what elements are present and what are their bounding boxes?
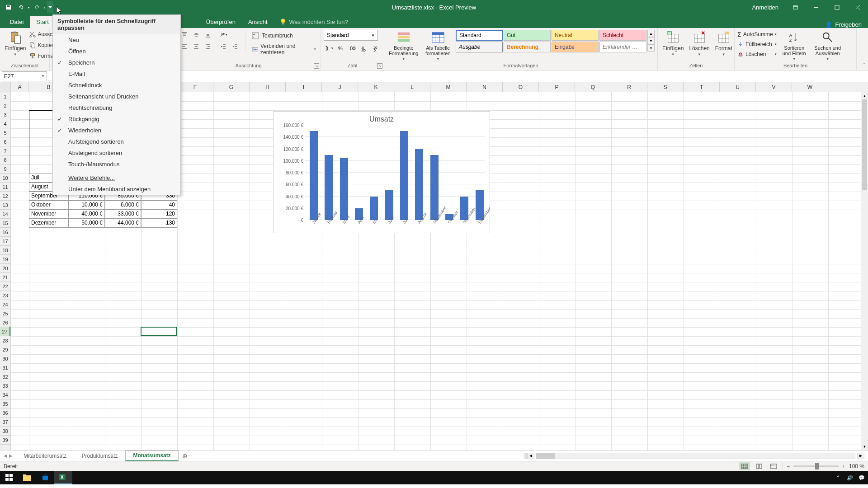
customize-qat-button[interactable] — [47, 1, 53, 13]
table-cell[interactable]: Oktober — [29, 201, 69, 210]
table-cell[interactable]: 120 — [141, 210, 177, 219]
row-header-21[interactable]: 21 — [0, 273, 10, 282]
sheet-tab[interactable]: Monatsumsatz — [125, 450, 178, 461]
column-header-T[interactable]: T — [684, 82, 720, 92]
table-cell[interactable]: 44.000 € — [105, 219, 141, 228]
table-cell[interactable]: Dezember — [29, 219, 69, 228]
table-cell[interactable]: 6.000 € — [105, 201, 141, 210]
row-header-5[interactable]: 5 — [0, 128, 10, 137]
row-header-9[interactable]: 9 — [0, 164, 10, 174]
align-bottom-icon[interactable] — [203, 30, 213, 40]
style-gut[interactable]: Gut — [504, 30, 551, 41]
row-header-17[interactable]: 17 — [0, 237, 10, 246]
alignment-dialog-launcher-icon[interactable]: ↘ — [314, 63, 319, 69]
row-header-1[interactable]: 1 — [0, 92, 10, 101]
tray-chevron-icon[interactable]: ˄ — [834, 473, 843, 482]
scroll-down-icon[interactable]: ▼ — [861, 443, 868, 450]
save-icon[interactable] — [3, 1, 14, 13]
wrap-text-button[interactable]: abcTextumbruch — [250, 30, 318, 42]
align-right-icon[interactable] — [203, 42, 213, 52]
row-header-36[interactable]: 36 — [0, 408, 10, 418]
column-header-S[interactable]: S — [647, 82, 684, 92]
column-header-Q[interactable]: Q — [575, 82, 611, 92]
column-header-P[interactable]: P — [539, 82, 575, 92]
hscroll-left-icon[interactable]: ◀ — [527, 453, 534, 459]
accounting-format-icon[interactable]: ₿▾ — [324, 43, 335, 53]
style-eingabe[interactable]: Eingabe — [552, 42, 599, 52]
column-header-F[interactable]: F — [177, 82, 213, 92]
qat-menu-item[interactable]: Speichern — [53, 57, 180, 68]
autosum-button[interactable]: ΣAutoSumme▾ — [737, 30, 777, 39]
ribbon-display-options-icon[interactable] — [785, 0, 806, 14]
tray-volume-icon[interactable]: 🔊 — [845, 473, 854, 482]
redo-dropdown-icon[interactable]: ▼ — [43, 6, 46, 9]
column-header-N[interactable]: N — [467, 82, 503, 92]
column-header-U[interactable]: U — [720, 82, 756, 92]
sheet-tab-nav[interactable]: ◀▶ — [0, 453, 16, 458]
row-header-2[interactable]: 2 — [0, 101, 10, 110]
row-header-13[interactable]: 13 — [0, 201, 10, 210]
undo-dropdown-icon[interactable]: ▼ — [27, 6, 30, 9]
zoom-out-icon[interactable]: − — [787, 463, 790, 469]
sort-filter-button[interactable]: AZSortieren und Filtern▼ — [778, 30, 810, 62]
table-cell[interactable]: 50.000 € — [69, 219, 105, 228]
active-cell[interactable] — [141, 327, 177, 336]
row-header-20[interactable]: 20 — [0, 264, 10, 273]
row-header-18[interactable]: 18 — [0, 246, 10, 255]
delete-cells-button[interactable]: Löschen▼ — [687, 30, 711, 57]
row-header-35[interactable]: 35 — [0, 399, 10, 408]
tab-datei[interactable]: Datei — [4, 16, 30, 28]
row-header-37[interactable]: 37 — [0, 418, 10, 427]
qat-menu-item[interactable]: Öffnen — [53, 46, 180, 57]
row-header-7[interactable]: 7 — [0, 146, 10, 155]
column-header-A[interactable]: A — [11, 82, 29, 92]
row-header-31[interactable]: 31 — [0, 363, 10, 372]
table-cell[interactable]: 40 — [141, 201, 177, 210]
column-header-W[interactable]: W — [792, 82, 828, 92]
row-header-6[interactable]: 6 — [0, 137, 10, 146]
format-as-table-button[interactable]: Als Tabelle formatieren▼ — [422, 30, 454, 62]
qat-menu-item[interactable]: Weitere Befehle... — [53, 172, 180, 183]
tray-notifications-icon[interactable]: 💬 — [857, 473, 866, 482]
merge-center-button[interactable]: Verbinden und zentrieren▾ — [250, 43, 318, 55]
find-select-button[interactable]: Suchen und Auswählen▼ — [812, 30, 844, 62]
vertical-scrollbar[interactable]: ▲ ▼ — [861, 92, 868, 450]
row-header-28[interactable]: 28 — [0, 336, 10, 345]
column-header-L[interactable]: L — [394, 82, 430, 92]
row-header-16[interactable]: 16 — [0, 228, 10, 237]
tell-me-search[interactable]: 💡 Was möchten Sie tun? — [274, 15, 354, 28]
table-cell[interactable]: 130 — [141, 219, 177, 228]
qat-menu-item[interactable]: Absteigend sortieren — [53, 147, 180, 159]
zoom-slider-thumb[interactable] — [815, 463, 819, 469]
row-header-24[interactable]: 24 — [0, 300, 10, 309]
styles-scroll-up-icon[interactable]: ▲ — [647, 30, 655, 37]
column-header-G[interactable]: G — [213, 82, 250, 92]
row-header-11[interactable]: 11 — [0, 183, 10, 192]
table-cell[interactable]: 10.000 € — [69, 201, 105, 210]
horizontal-scrollbar[interactable] — [536, 453, 855, 459]
signin-link[interactable]: Anmelden — [745, 0, 785, 14]
row-header-34[interactable]: 34 — [0, 390, 10, 399]
row-header-4[interactable]: 4 — [0, 119, 10, 128]
select-all-corner[interactable] — [0, 82, 11, 92]
row-headers[interactable]: 1234567891011121314151617181920212223242… — [0, 92, 11, 450]
share-button[interactable]: 👤 Freigeben — [819, 21, 868, 28]
tab-ansicht[interactable]: Ansicht — [242, 16, 274, 28]
orientation-icon[interactable]: ab▾ — [218, 30, 229, 40]
zoom-slider[interactable] — [793, 465, 839, 467]
row-header-29[interactable]: 29 — [0, 345, 10, 354]
column-header-J[interactable]: J — [322, 82, 358, 92]
align-middle-icon[interactable] — [191, 30, 202, 40]
column-header-V[interactable]: V — [756, 82, 792, 92]
insert-cells-button[interactable]: Einfügen▼ — [660, 30, 685, 57]
row-header-8[interactable]: 8 — [0, 155, 10, 164]
clear-button[interactable]: Löschen▾ — [737, 50, 777, 59]
style-neutral[interactable]: Neutral — [552, 30, 599, 41]
comma-format-icon[interactable]: 000 — [347, 43, 358, 53]
paste-button[interactable]: Einfügen ▼ — [3, 30, 28, 57]
align-center-icon[interactable] — [191, 42, 202, 52]
scroll-up-icon[interactable]: ▲ — [861, 92, 868, 99]
row-header-10[interactable]: 10 — [0, 174, 10, 183]
conditional-formatting-button[interactable]: Bedingte Formatierung▼ — [387, 30, 420, 62]
tab-start[interactable]: Start — [30, 16, 55, 28]
